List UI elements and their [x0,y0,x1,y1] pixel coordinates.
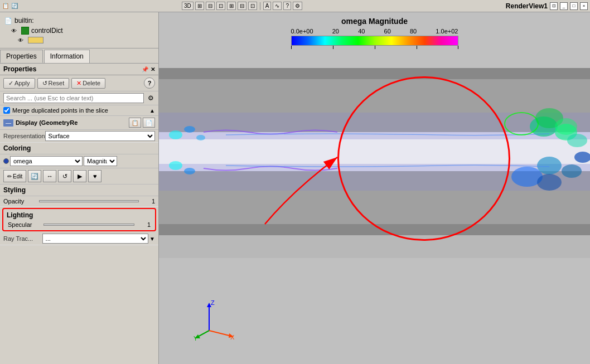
search-row: ⚙ [0,91,158,105]
toolbar-icon-9[interactable]: ? [283,2,291,10]
axis-indicator: Z X Y [192,297,237,342]
play-button[interactable]: ▶ [73,170,86,182]
delete-x-icon: ✕ [76,80,81,87]
raytrace-scroll-down[interactable]: ▼ [149,236,155,242]
lighting-section-label: Lighting [4,210,154,220]
svg-point-4 [169,130,182,139]
help-button[interactable]: ? [144,77,155,89]
svg-line-23 [209,331,231,336]
representation-select[interactable]: Surface [45,131,155,141]
controldict-label: controlDict [31,27,63,35]
edit-coloring-button[interactable]: ✏ Edit [3,170,26,182]
svg-point-8 [184,168,195,174]
reset-button[interactable]: ↺ Reset [37,78,70,89]
toolbar-icon-7[interactable]: A [263,2,272,10]
file-icon: 📄 [4,17,12,25]
svg-text:X: X [230,334,235,341]
lighting-section: Lighting Specular 1 [2,208,156,231]
toolbar-icon-10[interactable]: ⚙ [293,2,302,10]
svg-rect-3 [159,139,590,164]
representation-label: Representation [3,133,45,139]
svg-point-6 [196,135,205,140]
merge-checkbox-row: Merge duplicated points in the slice ▲ [0,105,158,116]
flip-button[interactable]: ↔ [43,170,56,182]
search-input[interactable] [3,93,144,103]
svg-point-17 [555,118,577,135]
svg-point-5 [184,126,195,133]
toolbar-icon-3[interactable]: ⊡ [216,2,225,10]
pipeline-slice[interactable]: 👁 [2,36,156,45]
coloring-edit-row: ✏ Edit 🔄 ↔ ↺ ▶ ♥ [0,168,158,185]
toolbar-icon-5[interactable]: ⊟ [238,2,246,10]
representation-row: Representation Surface [0,130,158,143]
heart-button[interactable]: ♥ [88,170,101,182]
pin-icon[interactable]: 📌 [142,66,148,72]
eye-icon-slice: 👁 [18,37,26,43]
svg-point-11 [567,134,587,147]
pipeline-icon-1: 📋 [2,3,9,9]
opacity-slider[interactable] [39,200,139,202]
render-window-btn-4[interactable]: × [580,2,588,10]
flow-visualization [159,68,590,235]
colorbar-label-20: 20 [332,28,339,35]
panel-header: Properties 📌 ✕ [0,64,158,75]
slice-color-box [28,37,43,43]
specular-row: Specular 1 [4,220,154,229]
toolbar-icon-2[interactable]: ⊟ [206,2,215,10]
svg-point-7 [169,161,182,170]
display-section-header: — Display (GeometryRe 📋 📄 [0,116,158,130]
toolbar-icon-6[interactable]: ⊡ [248,2,257,10]
apply-button[interactable]: ✓ Apply [3,78,35,89]
tab-information[interactable]: Information [44,50,90,63]
pipeline-icon-2: 🔄 [11,3,18,9]
top-toolbar: 📋 🔄 3D ⊞ ⊟ ⊡ ⊞ ⊟ ⊡ A ∿ ? ⚙ RenderView1 ⊡… [0,0,590,12]
toolbar-icon-8[interactable]: ∿ [273,2,282,10]
undo-button[interactable]: ↺ [58,170,71,182]
specular-label: Specular [8,221,41,228]
tab-properties[interactable]: Properties [0,50,43,63]
toolbar-icon-reset[interactable]: ⊞ [195,2,204,10]
merge-label: Merge duplicated points in the slice [12,107,108,114]
coloring-dot [3,158,9,164]
search-gear-icon[interactable]: ⚙ [146,94,155,103]
delete-button[interactable]: ✕ Delete [71,78,105,89]
rescale-button[interactable]: 🔄 [28,170,41,182]
panel-title: Properties [3,65,36,73]
raytrace-select[interactable]: ... [42,234,149,244]
opacity-row: Opacity 1 [0,196,158,207]
properties-tab-bar: Properties Information [0,48,158,64]
pipeline-builtin: 📄 builtin: [2,16,156,26]
rescale-icon: 🔄 [31,173,38,180]
render-window-btn-3[interactable]: □ [570,2,578,10]
colorbar-gradient [291,36,458,46]
render-area: omega Magnitude 0.0e+00 20 40 60 80 1.0e… [159,12,590,364]
toolbar-icon-4[interactable]: ⊞ [227,2,236,10]
svg-text:Y: Y [194,335,198,342]
opacity-value: 1 [141,198,155,205]
close-panel-icon[interactable]: ✕ [151,66,155,72]
svg-text:Z: Z [211,299,215,306]
styling-section-label: Styling [0,185,158,196]
merge-checkbox[interactable] [3,107,10,114]
undo-icon: ↺ [62,173,67,180]
scroll-up-icon[interactable]: ▲ [149,108,155,114]
render-window-btn-2[interactable]: _ [560,2,568,10]
toolbar-3d-btn[interactable]: 3D [182,2,194,10]
apply-check-icon: ✓ [8,80,13,87]
colorbar-label-60: 60 [384,28,391,35]
coloring-section-label: Coloring [0,143,158,154]
coloring-magnitude-select[interactable]: Magnitu [84,156,117,166]
copy-button-2[interactable]: 📄 [143,118,155,128]
colorbar-label-40: 40 [358,28,365,35]
colorbar-label-0: 0.0e+00 [291,28,313,35]
cube-icon [21,27,29,35]
specular-slider[interactable] [43,224,134,226]
copy-button-1[interactable]: 📋 [129,118,141,128]
coloring-field-select[interactable]: omega [10,156,83,166]
render-window-btn-1[interactable]: ⊡ [550,2,558,10]
action-buttons: ✓ Apply ↺ Reset ✕ Delete ? [0,75,158,91]
pipeline-controldict[interactable]: 👁 controlDict [2,26,156,36]
colorbar: omega Magnitude 0.0e+00 20 40 60 80 1.0e… [291,17,458,50]
toolbar-separator [260,2,260,10]
eye-icon: 👁 [11,28,19,34]
